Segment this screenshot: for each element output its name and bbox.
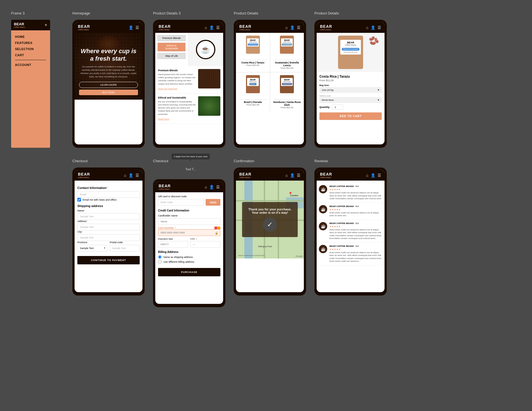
home-icon[interactable]: ⌂ [205, 185, 207, 189]
apply-button[interactable]: Apply [206, 199, 220, 206]
menu-icon[interactable]: ☰ [378, 173, 381, 178]
product-bag-3: BEAR coffee beans BRAZIL [245, 75, 261, 96]
quantity-row: Quantity [319, 105, 382, 110]
menu-icon[interactable]: ☰ [297, 173, 301, 178]
card-number-input[interactable] [158, 229, 220, 236]
newsletter-checkbox[interactable] [77, 198, 81, 201]
grind-select[interactable]: Whole Bean ▼ [319, 97, 382, 103]
user-icon[interactable]: 👤 [290, 173, 295, 178]
frame3-section-label: Frame 3 [11, 11, 67, 15]
home-icon[interactable]: ⌂ [205, 25, 207, 30]
billing-different-option[interactable]: Use different billing address [158, 260, 220, 264]
home-icon[interactable]: ⌂ [366, 173, 368, 178]
review-item-2: ☕ BEAR COFFEE BEANS 5.0 ★★★★★ Amet minim… [319, 203, 382, 220]
product-card-brazil[interactable]: BEAR coffee beans BRAZIL Brazil | Florad… [236, 72, 270, 112]
billing-different-label: Use different billing address [163, 260, 194, 263]
confirmation-phone-frame: BEAR coffee beans ⌂ 👤 ☰ [234, 168, 306, 296]
pd3-screen: BEAR coffee beans ⌂ 👤 ☰ Premium Blends E… [155, 22, 223, 144]
tab-way-of-life[interactable]: Way of Life [157, 53, 186, 59]
checkout-logo: BEAR coffee beans [78, 172, 90, 178]
buy-now-button[interactable]: BUY NOW [79, 90, 138, 95]
user-icon[interactable]: 👤 [371, 173, 375, 178]
chevron-down-icon: ▼ [377, 99, 380, 101]
city-input[interactable] [77, 234, 140, 241]
homepage-logo: BEAR coffee beans [78, 24, 90, 31]
pd3-section2-link[interactable]: Read more [158, 118, 169, 120]
review-stars-4: ★★★★★ [329, 248, 382, 251]
product-name-2: Guatamala | Estrella Lenca [273, 61, 301, 67]
nav-selection[interactable]: SELECTION [15, 46, 46, 52]
expiry-input[interactable] [158, 241, 188, 248]
bag-size-label: Bag Size: [319, 84, 382, 87]
cvc-info-icon[interactable]: ℹ [196, 238, 197, 240]
email-field[interactable] [77, 191, 140, 198]
billing-title: Billing Address [158, 250, 220, 254]
nav-home[interactable]: HOME [15, 34, 46, 40]
home-icon[interactable]: ⌂ [366, 25, 368, 30]
checkout2-logo: BEAR coffee beans [159, 184, 171, 190]
nav-features[interactable]: FEATURES [15, 40, 46, 46]
cardholder-input[interactable] [158, 218, 220, 225]
lock-icon: 🔒 [215, 232, 218, 235]
province-select[interactable]: Sample Text [77, 245, 107, 252]
learn-more-button[interactable]: LEARN MORE [79, 82, 138, 88]
billing-different-radio[interactable] [158, 260, 162, 264]
continue-payment-button[interactable]: CONTINUE TO PAYMENT [77, 256, 140, 264]
pd-grid-header: BEAR coffee beans ⌂ 👤 ☰ [236, 22, 304, 33]
nav-account[interactable]: ACCOUNT [15, 62, 46, 68]
billing-same-label: Same as shipping address [163, 256, 193, 259]
bag-size-select[interactable]: 12oz (227g) ▼ [319, 87, 382, 93]
confirmation-map: Crandon Blair Ballingroy Road Adams Camp… [236, 181, 304, 259]
product-card-costarica[interactable]: BEAR coffee beans COSTA RICA Costa Rica … [236, 33, 270, 72]
tab-premium-blends[interactable]: Premium Blends [157, 35, 186, 41]
close-icon[interactable]: ✕ [45, 23, 47, 27]
user-icon[interactable]: 👤 [129, 173, 133, 178]
name-label: Name* [77, 209, 140, 212]
reviews-header: BEAR coffee beans ⌂ 👤 ☰ [317, 170, 385, 181]
tab-ethical[interactable]: Ethical & Sustainable [157, 43, 186, 51]
home-icon[interactable]: ⌂ [124, 173, 126, 178]
billing-same-radio[interactable] [158, 255, 162, 259]
product-price-1: From $12.00 [247, 64, 259, 67]
discount-input[interactable] [158, 199, 204, 206]
coffee-cup-icon: ☕ [196, 40, 215, 59]
purchase-button[interactable]: PURCHASE [158, 268, 220, 276]
home-icon[interactable]: ⌂ [285, 173, 288, 178]
product-card-guatamala[interactable]: BEAR coffee beans GUATAMALA Guatamala | … [270, 33, 304, 72]
menu-icon[interactable]: ☰ [216, 25, 220, 30]
expiry-cvc-row: Expiration date CVC ℹ [158, 238, 220, 248]
menu-icon[interactable]: ☰ [136, 25, 139, 30]
menu-icon[interactable]: ☰ [136, 173, 139, 178]
postal-input[interactable] [110, 245, 140, 252]
home-icon[interactable]: ⌂ [285, 25, 288, 30]
confirmation-header-icons: ⌂ 👤 ☰ [285, 173, 301, 178]
review-stars-3: ★★★★★ [329, 225, 382, 228]
review-item-1: ☕ BEAR COFFEE BEANS 5.0 ★★★★★ Amet minim… [319, 183, 382, 203]
billing-same-option[interactable]: Same as shipping address [158, 255, 220, 259]
user-icon[interactable]: 👤 [209, 25, 214, 30]
menu-icon[interactable]: ☰ [297, 25, 301, 30]
user-icon[interactable]: 👤 [129, 25, 133, 30]
quantity-input[interactable] [332, 105, 343, 110]
grind-label: Grind Level [319, 95, 382, 97]
product-card-honduras[interactable]: BEAR coffee beans HONDURAS Honduras | Sa… [270, 72, 304, 112]
tooltip-wrapper: Tool T... 3 digits from the back of your… [153, 168, 228, 171]
user-icon[interactable]: 👤 [290, 25, 295, 30]
address-input[interactable] [77, 224, 140, 230]
confirmation-section-label: Confirmation [234, 159, 309, 163]
user-icon[interactable]: 👤 [209, 185, 214, 189]
pd3-section1-link[interactable]: Shop Our Selection [158, 87, 177, 90]
menu-icon[interactable]: ☰ [378, 25, 381, 30]
newsletter-label: Email me with news and offers [83, 198, 117, 201]
cvc-input[interactable] [190, 241, 220, 248]
menu-icon[interactable]: ☰ [216, 185, 220, 189]
user-icon[interactable]: 👤 [371, 25, 375, 30]
pd-right-phone-frame: BEAR coffee beans ⌂ 👤 ☰ BEAR coffee bean… [314, 20, 387, 148]
nav-cart[interactable]: CART [15, 52, 46, 58]
name-input[interactable] [77, 213, 140, 220]
add-to-cart-button[interactable]: ADD TO CART [319, 112, 382, 120]
reviews-section-label: Reviews [314, 159, 390, 163]
pd-right-screen: BEAR coffee beans ⌂ 👤 ☰ BEAR coffee bean… [317, 22, 385, 144]
pd3-section1-image [198, 69, 220, 88]
homepage-header-icons: 👤 ☰ [129, 25, 139, 30]
